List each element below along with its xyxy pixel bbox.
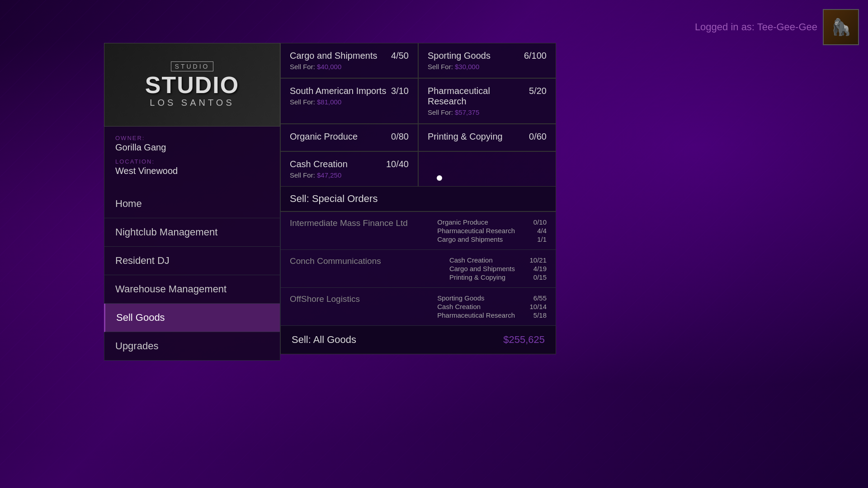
order-items-conch: Cash Creation 10/21 Cargo and Shipments … (449, 256, 547, 281)
good-name-sporting: Sporting Goods (428, 51, 491, 61)
good-sell-pharmaceutical: Sell For: $57,375 (428, 108, 547, 116)
good-sell-cargo: Sell For: $40,000 (290, 63, 409, 70)
order-item-cargo: Cargo and Shipments 1/1 (437, 235, 547, 243)
good-item-empty (418, 151, 556, 187)
location-label: LOCATION: (115, 158, 269, 165)
good-name-printing: Printing & Copying (428, 131, 503, 142)
good-item-pharmaceutical[interactable]: Pharmaceutical Research 5/20 Sell For: $… (418, 78, 556, 124)
sidebar: STUDIO STUDIO LOS SANTOS OWNER: Gorilla … (104, 43, 280, 361)
good-name-cash: Cash Creation (290, 159, 348, 169)
logged-in-text: Logged in as: Tee-Gee-Gee (695, 21, 817, 33)
nav-item-upgrades[interactable]: Upgrades (104, 332, 280, 361)
good-item-sporting-goods[interactable]: Sporting Goods 6/100 Sell For: $30,000 (418, 43, 556, 78)
logged-in-label: Logged in as: (695, 21, 755, 33)
order-name-intermediate: Intermediate Mass Finance Ltd (290, 218, 437, 243)
order-item-cargo-conch: Cargo and Shipments 4/19 (449, 265, 547, 272)
nav-item-warehouse-management[interactable]: Warehouse Management (104, 275, 280, 304)
order-item-cash-offshore: Cash Creation 10/14 (437, 303, 547, 310)
special-order-conch[interactable]: Conch Communications Cash Creation 10/21… (280, 250, 556, 288)
order-item-pharma-offshore: Pharmaceutical Research 5/18 (437, 311, 547, 319)
order-name-offshore: OffShore Logistics (290, 294, 437, 319)
logo-main-text: STUDIO (145, 73, 239, 97)
good-item-cash-creation[interactable]: Cash Creation 10/40 Sell For: $47,250 (280, 151, 418, 187)
logo-sub-text: LOS SANTOS (145, 98, 239, 108)
order-item-printing-conch: Printing & Copying 0/15 (449, 273, 547, 281)
owner-label: OWNER: (115, 135, 269, 141)
good-stock-cargo: 4/50 (391, 51, 409, 61)
logo-area: STUDIO STUDIO LOS SANTOS (104, 43, 280, 127)
good-name-organic: Organic Produce (290, 131, 358, 142)
good-stock-printing: 0/60 (529, 131, 547, 142)
sell-all-label: Sell: All Goods (292, 334, 356, 346)
good-sell-sporting: Sell For: $30,000 (428, 63, 547, 70)
good-name-cargo: Cargo and Shipments (290, 51, 377, 61)
good-stock-cash: 10/40 (386, 159, 409, 169)
sell-all-price: $255,625 (503, 334, 545, 346)
sell-special-orders-header: Sell: Special Orders (280, 187, 556, 211)
avatar-image: 🦍 (824, 10, 858, 44)
good-stock-south-american: 3/10 (391, 86, 409, 96)
main-container: STUDIO STUDIO LOS SANTOS OWNER: Gorilla … (104, 43, 556, 361)
good-item-south-american[interactable]: South American Imports 3/10 Sell For: $8… (280, 78, 418, 124)
info-area: OWNER: Gorilla Gang LOCATION: West Vinew… (104, 127, 280, 190)
logo-text: STUDIO STUDIO LOS SANTOS (145, 61, 239, 108)
order-item-sporting-offshore: Sporting Goods 6/55 (437, 294, 547, 302)
good-item-cargo-shipments[interactable]: Cargo and Shipments 4/50 Sell For: $40,0… (280, 43, 418, 78)
good-name-pharmaceutical: Pharmaceutical Research (428, 86, 529, 107)
nav-item-home[interactable]: Home (104, 190, 280, 218)
special-order-offshore[interactable]: OffShore Logistics Sporting Goods 6/55 C… (280, 288, 556, 326)
good-stock-sporting: 6/100 (524, 51, 547, 61)
nav-menu: Home Nightclub Management Resident DJ Wa… (104, 190, 280, 361)
order-items-intermediate: Organic Produce 0/10 Pharmaceutical Rese… (437, 218, 547, 243)
goods-grid: Cargo and Shipments 4/50 Sell For: $40,0… (280, 43, 556, 187)
order-items-offshore: Sporting Goods 6/55 Cash Creation 10/14 … (437, 294, 547, 319)
order-item-cash-conch: Cash Creation 10/21 (449, 256, 547, 264)
header-bar: Logged in as: Tee-Gee-Gee 🦍 (695, 9, 859, 45)
good-stock-organic: 0/80 (391, 131, 409, 142)
order-item-organic: Organic Produce 0/10 (437, 218, 547, 226)
good-item-printing[interactable]: Printing & Copying 0/60 (418, 124, 556, 151)
username-text: Tee-Gee-Gee (757, 21, 817, 33)
location-value: West Vinewood (115, 166, 269, 176)
order-item-pharma: Pharmaceutical Research 4/4 (437, 227, 547, 235)
good-sell-cash: Sell For: $47,250 (290, 171, 409, 179)
owner-value: Gorilla Gang (115, 142, 269, 153)
nav-item-nightclub-management[interactable]: Nightclub Management (104, 218, 280, 247)
avatar: 🦍 (823, 9, 859, 45)
sell-special-orders-label: Sell: Special Orders (290, 193, 377, 204)
nav-item-sell-goods[interactable]: Sell Goods (104, 304, 280, 332)
logo-studio-label: STUDIO (171, 61, 214, 71)
nav-item-resident-dj[interactable]: Resident DJ (104, 247, 280, 275)
good-item-organic[interactable]: Organic Produce 0/80 (280, 124, 418, 151)
good-sell-south-american: Sell For: $81,000 (290, 98, 409, 106)
order-name-conch: Conch Communications (290, 256, 449, 281)
sell-all-bar[interactable]: Sell: All Goods $255,625 (280, 326, 556, 354)
special-order-intermediate[interactable]: Intermediate Mass Finance Ltd Organic Pr… (280, 212, 556, 250)
good-stock-pharmaceutical: 5/20 (529, 86, 547, 96)
special-orders-section: Intermediate Mass Finance Ltd Organic Pr… (280, 211, 556, 326)
content-area: Cargo and Shipments 4/50 Sell For: $40,0… (280, 43, 556, 361)
good-name-south-american: South American Imports (290, 86, 386, 96)
